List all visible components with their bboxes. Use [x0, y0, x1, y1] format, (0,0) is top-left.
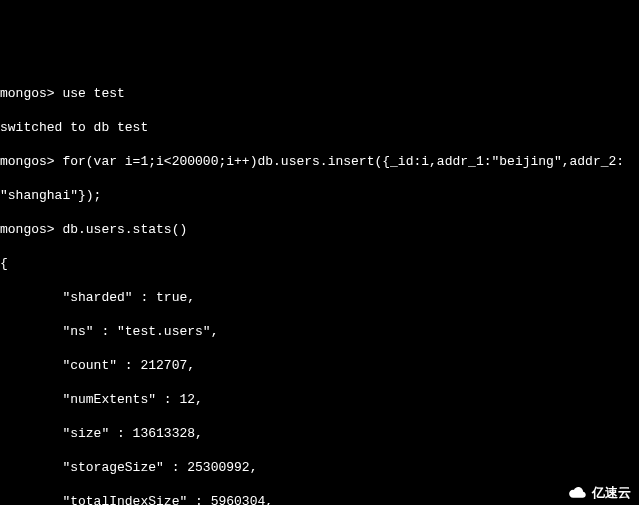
terminal-output[interactable]: mongos> use test switched to db test mon… [0, 68, 639, 505]
terminal-line: "size" : 13613328, [0, 425, 639, 442]
terminal-line: { [0, 255, 639, 272]
watermark-text: 亿速云 [592, 484, 631, 501]
cloud-icon [566, 486, 588, 500]
terminal-line: "sharded" : true, [0, 289, 639, 306]
terminal-line: switched to db test [0, 119, 639, 136]
terminal-line: "count" : 212707, [0, 357, 639, 374]
terminal-line: mongos> db.users.stats() [0, 221, 639, 238]
terminal-line: mongos> for(var i=1;i<200000;i++)db.user… [0, 153, 639, 170]
terminal-line: "totalIndexSize" : 5960304, [0, 493, 639, 505]
terminal-line: "shanghai"}); [0, 187, 639, 204]
terminal-line: "numExtents" : 12, [0, 391, 639, 408]
terminal-line: "storageSize" : 25300992, [0, 459, 639, 476]
watermark: 亿速云 [566, 484, 631, 501]
terminal-line: mongos> use test [0, 85, 639, 102]
terminal-line: "ns" : "test.users", [0, 323, 639, 340]
